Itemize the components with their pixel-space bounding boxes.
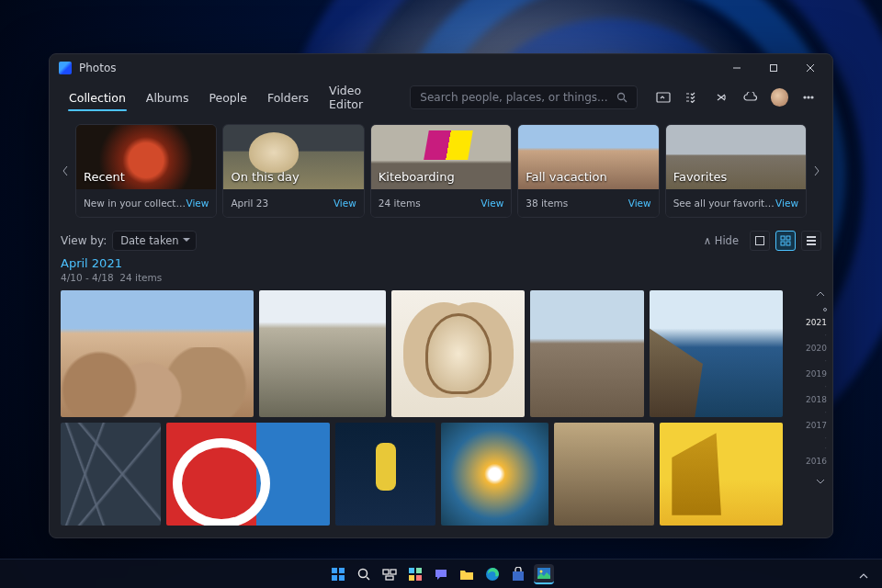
svg-point-29 (540, 570, 543, 572)
tab-folders[interactable]: Folders (259, 85, 317, 110)
search-icon (616, 92, 628, 103)
view-by-label: View by: (61, 234, 107, 247)
svg-rect-12 (807, 240, 816, 242)
photo-thumbnail[interactable] (650, 290, 783, 417)
nav-row: Collection Albums People Folders Video E… (50, 82, 832, 113)
timeline-year[interactable]: 2017 (806, 421, 827, 430)
svg-rect-7 (781, 236, 785, 240)
card-favorites[interactable]: Favorites See all your favorite photosVi… (665, 124, 807, 218)
start-button[interactable] (328, 564, 348, 584)
tab-albums[interactable]: Albums (138, 85, 198, 110)
photo-thumbnail[interactable] (391, 290, 525, 417)
svg-rect-22 (409, 568, 414, 573)
chevron-up-icon[interactable] (816, 290, 827, 301)
carousel: Recent New in your collectionView On thi… (50, 113, 832, 225)
layout-grid[interactable] (775, 231, 796, 251)
tab-collection[interactable]: Collection (61, 85, 134, 110)
photo-thumbnail[interactable] (335, 423, 435, 526)
task-view-icon[interactable] (379, 564, 400, 584)
card-view-link[interactable]: View (334, 198, 356, 209)
taskbar (0, 559, 882, 588)
timeline-year[interactable]: 2016 (806, 457, 827, 466)
card-view-link[interactable]: View (186, 198, 209, 209)
more-icon[interactable] (796, 85, 821, 110)
card-view-link[interactable]: View (481, 198, 503, 209)
timeline-year[interactable]: 2020 (806, 344, 827, 353)
svg-rect-14 (332, 568, 337, 573)
search-input[interactable]: Search people, places, or things... (410, 85, 637, 109)
svg-point-4 (808, 96, 809, 98)
card-view-link[interactable]: View (775, 198, 798, 209)
chat-icon[interactable] (431, 564, 451, 584)
svg-rect-23 (416, 568, 422, 573)
edit-icon[interactable] (708, 85, 734, 110)
svg-rect-17 (339, 575, 345, 581)
photo-thumbnail[interactable] (554, 423, 654, 526)
close-button[interactable] (792, 54, 829, 82)
svg-point-3 (804, 96, 806, 98)
minimize-button[interactable] (718, 54, 755, 82)
timeline-scrubber[interactable]: 2021 · 2020 · 2019 · 2018 · 2017 · · 201… (790, 287, 832, 537)
svg-rect-9 (781, 242, 785, 245)
svg-rect-16 (332, 575, 337, 581)
maximize-button[interactable] (755, 54, 792, 82)
svg-rect-25 (416, 575, 422, 581)
explorer-icon[interactable] (457, 564, 477, 584)
section-header: April 2021 4/10 - 4/18 24 items (50, 251, 832, 287)
search-placeholder: Search people, places, or things... (420, 91, 616, 104)
import-icon[interactable] (650, 85, 676, 110)
layout-single[interactable] (750, 231, 770, 251)
photo-thumbnail[interactable] (530, 290, 643, 417)
layout-river[interactable] (801, 231, 821, 251)
svg-rect-15 (339, 568, 345, 573)
tab-people[interactable]: People (200, 85, 255, 110)
photos-window: Photos Collection Albums People Folders … (49, 53, 833, 538)
edge-icon[interactable] (482, 564, 503, 584)
svg-rect-6 (756, 237, 764, 245)
timeline-now-icon[interactable] (823, 308, 827, 311)
cloud-icon[interactable] (738, 85, 763, 110)
section-subtitle: 4/10 - 4/18 24 items (61, 272, 821, 283)
svg-rect-13 (807, 243, 816, 245)
tray-chevron-icon[interactable] (858, 567, 869, 584)
store-icon[interactable] (508, 564, 528, 584)
timeline-year[interactable]: 2021 (806, 318, 827, 327)
user-avatar[interactable] (771, 88, 789, 107)
hide-button[interactable]: ∧ Hide (698, 232, 744, 249)
svg-rect-19 (383, 570, 389, 574)
svg-rect-27 (513, 571, 524, 581)
section-month[interactable]: April 2021 (61, 256, 821, 270)
view-by-dropdown[interactable]: Date taken (112, 231, 196, 251)
svg-rect-10 (786, 242, 790, 245)
photo-thumbnail[interactable] (259, 290, 386, 417)
tab-video-editor[interactable]: Video Editor (321, 78, 406, 117)
app-title: Photos (79, 62, 116, 74)
widgets-icon[interactable] (405, 564, 425, 584)
taskbar-search-icon[interactable] (354, 564, 374, 584)
svg-point-18 (359, 569, 368, 577)
card-on-this-day[interactable]: On this day April 23View (222, 124, 364, 218)
svg-point-1 (617, 94, 624, 100)
timeline-year[interactable]: 2019 (806, 369, 827, 379)
carousel-prev[interactable] (55, 125, 75, 217)
photo-thumbnail[interactable] (660, 423, 783, 526)
svg-point-5 (811, 96, 813, 98)
view-bar: View by: Date taken ∧ Hide (50, 225, 832, 251)
titlebar: Photos (50, 54, 832, 82)
card-view-link[interactable]: View (628, 198, 651, 209)
chevron-down-icon[interactable] (816, 478, 827, 489)
timeline-year[interactable]: 2018 (806, 395, 827, 404)
photo-thumbnail[interactable] (61, 290, 254, 417)
photo-thumbnail[interactable] (61, 423, 161, 526)
photos-taskbar-icon[interactable] (534, 564, 554, 584)
svg-rect-11 (807, 236, 816, 238)
card-fall-vacation[interactable]: Fall vacaction 38 itemsView (517, 124, 659, 218)
svg-rect-8 (786, 236, 790, 240)
card-recent[interactable]: Recent New in your collectionView (75, 124, 217, 218)
photo-thumbnail[interactable] (441, 423, 548, 526)
app-icon (59, 62, 72, 74)
carousel-next[interactable] (807, 125, 827, 217)
photo-thumbnail[interactable] (166, 423, 331, 526)
select-icon[interactable] (679, 85, 705, 110)
card-kiteboarding[interactable]: Kiteboarding 24 itemsView (370, 124, 512, 218)
